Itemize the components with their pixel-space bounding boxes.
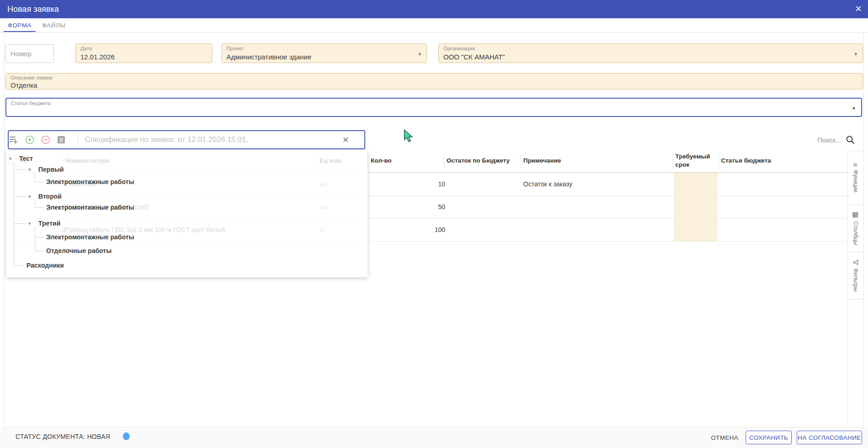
tree-expand-icon[interactable]: ▾: [28, 194, 31, 200]
filter-funnel-icon: [853, 259, 859, 265]
tree-item-group[interactable]: Третий: [38, 220, 60, 227]
col-header-budget-rest[interactable]: Остаток по Бюджету: [447, 157, 510, 164]
due-date-cell[interactable]: [674, 195, 717, 218]
clear-icon[interactable]: ✕: [342, 135, 349, 145]
side-tab-columns[interactable]: ▦ Столбцы: [848, 201, 863, 256]
grid-icon: ▦: [852, 211, 860, 218]
document-status: СТАТУС ДОКУМЕНТА: НОВАЯ: [16, 433, 110, 440]
budget-item-search-input[interactable]: ✕: [8, 130, 365, 149]
col-header-qty[interactable]: Кол-во: [371, 157, 392, 164]
tree-item-leaf[interactable]: Электромонтажные работы: [46, 204, 134, 211]
tree-item-leaf[interactable]: Электромонтажные работы: [46, 233, 134, 241]
organization-label: Организация: [443, 46, 858, 52]
content-border-left: [4, 32, 5, 427]
budget-item-field[interactable]: Статья бюджета ◂: [5, 98, 862, 117]
col-header-note[interactable]: Примечание: [523, 157, 561, 164]
footer-bar: СТАТУС ДОКУМЕНТА: НОВАЯ ОТМЕНА СОХРАНИТЬ…: [0, 427, 868, 448]
tree-item-group[interactable]: Второй: [38, 193, 62, 200]
tree-item-group[interactable]: Расходники: [26, 262, 64, 269]
chevron-down-icon[interactable]: ▾: [418, 51, 421, 57]
chevron-down-icon[interactable]: ▾: [854, 51, 857, 57]
tree-item-leaf[interactable]: Отделочные работы: [46, 247, 111, 254]
content-border-right: [863, 32, 864, 427]
side-tab-filters[interactable]: Фильтры: [848, 248, 863, 303]
search-icon[interactable]: [846, 135, 855, 145]
col-header-budget-item[interactable]: Статья бюджета: [721, 157, 771, 164]
mouse-cursor: [404, 129, 415, 143]
collapse-left-icon[interactable]: ◂: [852, 105, 855, 111]
description-label: Описание заявки: [11, 75, 858, 81]
tab-form[interactable]: ФОРМА: [4, 18, 36, 32]
close-icon[interactable]: ×: [855, 3, 862, 15]
tree-item-root[interactable]: Тест: [19, 155, 33, 162]
save-button[interactable]: СОХРАНИТЬ: [746, 431, 792, 444]
approve-button[interactable]: НА СОГЛАСОВАНИЕ: [797, 431, 862, 444]
status-dot: [123, 432, 130, 440]
cancel-button[interactable]: ОТМЕНА: [711, 431, 738, 444]
date-field[interactable]: Дата 12.01.2026: [75, 43, 212, 63]
col-header-due[interactable]: Требуемый срок: [675, 153, 716, 169]
organization-value: ООО "СК АМАНАТ": [443, 53, 858, 61]
organization-field[interactable]: Организация ООО "СК АМАНАТ" ▾: [438, 43, 863, 63]
description-value: Отделка: [11, 81, 858, 89]
dialog-title: Новая заявка: [7, 5, 59, 14]
tree-item-group[interactable]: Первый: [38, 166, 64, 173]
due-date-cell[interactable]: [674, 173, 717, 195]
date-label: Дата: [80, 46, 207, 52]
due-date-cell[interactable]: [674, 218, 717, 241]
tree-expand-icon[interactable]: ▾: [9, 156, 12, 162]
active-tab-underline: [4, 31, 36, 32]
side-tab-functions[interactable]: ≡ Функции: [848, 150, 863, 205]
tree-expand-icon[interactable]: ▾: [28, 167, 31, 173]
project-field[interactable]: Проект Административное здание ▾: [221, 43, 427, 63]
project-value: Административное здание: [226, 53, 422, 61]
tree-expand-icon[interactable]: ▾: [28, 221, 31, 227]
date-value: 12.01.2026: [80, 53, 207, 61]
menu-icon: ≡: [852, 163, 860, 167]
title-bar: Новая заявка ×: [0, 0, 868, 18]
new-request-dialog: Новая заявка × ФОРМА ФАЙЛЫ Дата 12.01.20…: [0, 0, 868, 448]
description-field[interactable]: Описание заявки Отделка: [5, 73, 863, 90]
search-label[interactable]: Поиск...: [817, 137, 841, 144]
tab-bar: ФОРМА ФАЙЛЫ: [0, 18, 868, 33]
budget-item-label: Статья бюджета: [11, 100, 857, 106]
tab-files[interactable]: ФАЙЛЫ: [40, 18, 68, 32]
tree-item-leaf[interactable]: Электромонтажные работы: [46, 178, 134, 185]
number-input[interactable]: [5, 44, 54, 63]
project-label: Проект: [226, 46, 422, 52]
